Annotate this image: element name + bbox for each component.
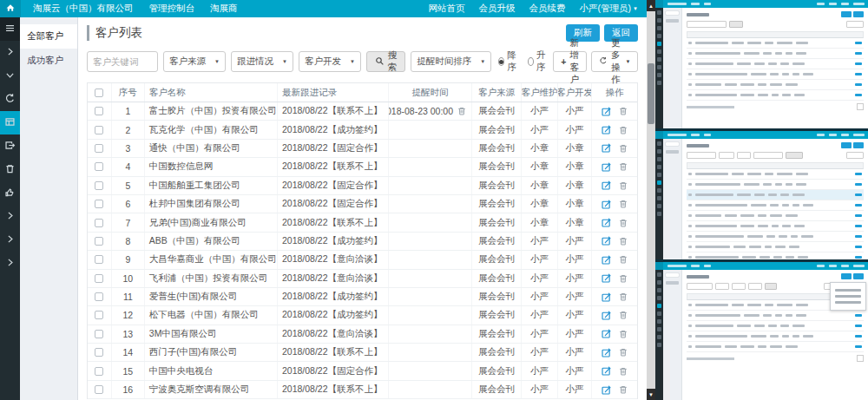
sidebar-item-thumbs-up-7[interactable]: [0, 181, 20, 205]
select-all-checkbox[interactable]: [95, 89, 103, 97]
row-checkbox[interactable]: [95, 330, 103, 338]
row-checkbox[interactable]: [95, 181, 103, 190]
keyword-input[interactable]: [87, 51, 158, 72]
row-no: 13: [112, 325, 145, 343]
row-checkbox[interactable]: [95, 200, 103, 208]
row-no: 5: [112, 177, 145, 194]
preview-thumbnail-1[interactable]: [655, 0, 868, 131]
edit-icon[interactable]: [601, 124, 612, 135]
sidebar-item-chevron-down-2[interactable]: [0, 64, 20, 88]
add-customer-button[interactable]: +新增客户: [553, 51, 587, 72]
sidebar-item-menu-0[interactable]: [0, 17, 20, 41]
customer-source-select[interactable]: 客户来源▼: [163, 51, 226, 72]
mini-sidebar-icon: [657, 141, 661, 146]
col-keeper: 客户维护: [522, 83, 558, 102]
row-checkbox[interactable]: [95, 237, 103, 246]
edit-icon[interactable]: [601, 384, 612, 396]
trash-icon[interactable]: [618, 199, 628, 209]
latest-follow-record: 2018/08/22【固定合作】: [278, 195, 389, 213]
sidebar-item-0[interactable]: 全部客户: [20, 24, 77, 49]
edit-icon[interactable]: [601, 272, 612, 284]
sidebar-item-chevron-right-10[interactable]: [0, 252, 20, 275]
sidebar-item-undo-3[interactable]: [0, 88, 20, 111]
trash-icon[interactable]: [618, 161, 628, 172]
edit-icon[interactable]: [601, 106, 612, 117]
edit-icon[interactable]: [601, 347, 612, 358]
scrollbar-thumb[interactable]: [648, 63, 654, 124]
row-checkbox[interactable]: [95, 385, 103, 394]
site-home-link[interactable]: 网站首页: [429, 3, 465, 15]
home-button[interactable]: [0, 0, 21, 17]
company-name-link[interactable]: 淘展云（中国）有限公司: [33, 3, 134, 15]
user-menu[interactable]: 小严(管理员)▼: [580, 3, 638, 15]
trash-icon[interactable]: [618, 273, 628, 284]
edit-icon[interactable]: [601, 254, 612, 266]
row-checkbox[interactable]: [95, 292, 103, 301]
row-checkbox[interactable]: [95, 255, 103, 264]
console-link[interactable]: 管理控制台: [149, 3, 195, 15]
scroll-up-button[interactable]: ▲: [647, 0, 655, 11]
scroll-down-button[interactable]: ▼: [647, 389, 655, 400]
edit-icon[interactable]: [601, 161, 612, 173]
row-checkbox[interactable]: [95, 367, 103, 376]
icon-sidebar: [0, 17, 20, 400]
trash-icon[interactable]: [618, 366, 628, 377]
edit-icon[interactable]: [601, 292, 612, 303]
row-checkbox[interactable]: [95, 126, 103, 134]
member-renew-link[interactable]: 会员续费: [529, 3, 566, 15]
trash-icon[interactable]: [618, 292, 628, 302]
more-actions-button[interactable]: 更多操作▼: [591, 51, 638, 72]
preview-thumbnail-2[interactable]: [655, 131, 868, 262]
edit-icon[interactable]: [601, 217, 612, 228]
customer-name: 兄弟(中国)商业有限公司: [145, 213, 278, 231]
edit-icon[interactable]: [601, 235, 612, 246]
brand-link[interactable]: 淘展商: [210, 3, 238, 15]
edit-icon[interactable]: [601, 328, 612, 339]
trash-icon[interactable]: [618, 236, 628, 246]
trash-icon[interactable]: [618, 106, 628, 116]
sort-desc-radio[interactable]: 降序: [498, 49, 519, 74]
sidebar-item-table-4[interactable]: [0, 111, 20, 134]
sidebar-item-1[interactable]: 成功客户: [20, 49, 77, 73]
trash-icon[interactable]: [618, 329, 628, 339]
row-select-cell: [88, 270, 112, 287]
row-checkbox[interactable]: [95, 311, 103, 319]
edit-icon[interactable]: [601, 142, 612, 154]
edit-icon[interactable]: [601, 365, 612, 377]
trash-icon[interactable]: [618, 218, 628, 228]
trash-icon[interactable]: [618, 143, 628, 154]
edit-icon[interactable]: [601, 310, 612, 321]
sidebar-item-trash-6[interactable]: [0, 158, 20, 181]
scrollbar-track[interactable]: [647, 11, 655, 389]
actions-cell: [592, 344, 637, 361]
trash-icon[interactable]: [618, 384, 628, 395]
edit-icon[interactable]: [601, 199, 612, 210]
member-upgrade-link[interactable]: 会员升级: [479, 3, 516, 15]
customer-develop-select[interactable]: 客户开发▼: [299, 51, 361, 72]
follow-status-select[interactable]: 跟进情况▼: [231, 51, 293, 72]
preview-thumbnail-3[interactable]: [655, 262, 868, 400]
back-button[interactable]: 返回: [604, 24, 638, 42]
trash-icon[interactable]: [618, 310, 628, 320]
reminder-sort-select[interactable]: 提醒时间排序▼: [411, 51, 491, 72]
sidebar-item-chevron-right-1[interactable]: [0, 41, 20, 64]
row-checkbox[interactable]: [95, 144, 103, 153]
trash-icon[interactable]: [618, 125, 628, 135]
sidebar-item-chevron-right-8[interactable]: [0, 205, 20, 228]
row-checkbox[interactable]: [95, 274, 103, 283]
trash-icon[interactable]: [618, 254, 628, 265]
clear-reminder-trash-icon[interactable]: [457, 106, 467, 116]
sidebar-item-logout-5[interactable]: [0, 134, 20, 158]
row-checkbox[interactable]: [95, 348, 103, 357]
edit-icon[interactable]: [601, 180, 612, 191]
trash-icon[interactable]: [618, 347, 628, 357]
mini-open-dropdown-menu: [830, 282, 866, 311]
sidebar-item-chevron-right-9[interactable]: [0, 228, 20, 252]
customer-developer: 小严: [558, 270, 592, 287]
search-button[interactable]: 搜索: [366, 51, 406, 72]
row-checkbox[interactable]: [95, 162, 103, 171]
row-checkbox[interactable]: [95, 107, 103, 115]
trash-icon[interactable]: [618, 180, 628, 191]
sort-asc-radio[interactable]: 升序: [528, 49, 549, 74]
row-checkbox[interactable]: [95, 219, 103, 227]
